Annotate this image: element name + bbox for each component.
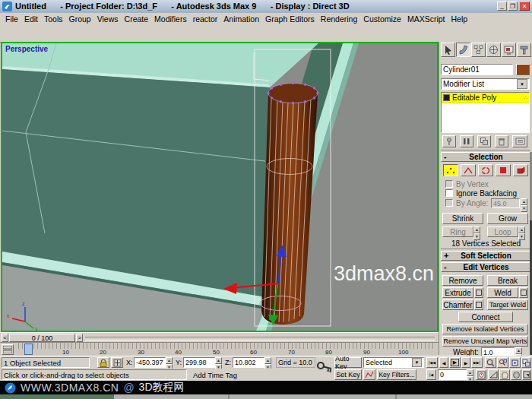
grow-button[interactable]: Grow [487,213,528,224]
vertex-mode-button[interactable] [443,164,458,176]
zoom-extents-button[interactable] [509,357,521,368]
menu-rendering[interactable]: Rendering [318,14,360,24]
current-frame-field[interactable]: 0 [438,369,467,380]
set-key-button[interactable]: Set Key [334,369,362,380]
perspective-viewport[interactable]: z x y 3dmax8.cn Perspective [1,42,439,332]
frame-spinner[interactable] [467,369,473,380]
pin-stack-button[interactable] [442,135,456,147]
weld-button[interactable]: Weld [487,287,518,298]
zoom-button[interactable] [485,357,496,368]
remove-modifier-button[interactable] [495,135,508,147]
menu-tools[interactable]: Tools [41,14,66,24]
chamfer-settings-button[interactable] [474,299,483,310]
polygon-mode-button[interactable] [496,164,511,176]
remove-button[interactable]: Remove [442,275,483,286]
target-weld-button[interactable]: Target Weld [487,299,528,310]
maximize-viewport-toggle-button[interactable] [522,369,531,380]
restore-button[interactable]: ❐ [508,2,518,11]
viewport-label[interactable]: Perspective [5,45,48,53]
object-color-swatch[interactable] [516,64,530,75]
x-spinner[interactable] [166,357,173,368]
loop-spinner[interactable] [518,226,525,237]
time-slider-prev-button[interactable]: < [2,334,8,342]
y-spinner[interactable] [215,357,222,368]
chamfer-button[interactable]: Chamfer [442,299,473,310]
menu-customize[interactable]: Customize [360,14,404,24]
add-time-tag[interactable]: Add Time Tag [192,369,251,380]
time-configuration-button[interactable] [476,369,486,380]
remove-isolated-vertices-button[interactable]: Remove Isolated Vertices [442,324,528,334]
arc-rotate-button[interactable] [511,369,521,380]
zoom-all-button[interactable] [497,357,508,368]
menu-views[interactable]: Views [94,14,122,24]
minimize-button[interactable]: _ [497,2,507,11]
rollout-soft-selection-header[interactable]: +Soft Selection [441,251,531,261]
extrude-settings-button[interactable] [474,287,483,298]
ring-spinner[interactable] [473,226,480,237]
go-start-small-button[interactable]: |◀ [426,369,436,380]
edge-mode-button[interactable] [461,164,476,176]
menu-create[interactable]: Create [122,14,152,24]
track-bar[interactable]: 0 10 20 30 40 50 60 70 80 90 100 [0,342,439,356]
menu-edit[interactable]: Edit [21,14,41,24]
ring-button[interactable]: Ring [442,226,473,237]
close-button[interactable]: ✕ [519,2,530,11]
next-frame-button[interactable]: ▶ [461,357,470,368]
absolute-offset-toggle-button[interactable] [111,357,123,368]
x-coordinate-field[interactable]: -450.397 [134,357,166,368]
zoom-extents-all-button[interactable] [521,357,531,368]
time-slider-track[interactable] [85,337,435,340]
menu-group[interactable]: Group [66,14,94,24]
key-filters-button[interactable]: Key Filters... [377,369,416,380]
tab-motion[interactable] [486,43,501,57]
connect-button[interactable]: Connect [458,312,513,322]
break-button[interactable]: Break [487,275,528,286]
tab-create[interactable] [441,43,455,57]
object-name-field[interactable]: Cylinder01 [441,64,513,75]
previous-frame-button[interactable]: ◀ [439,357,448,368]
tab-utilities[interactable] [517,43,531,57]
selection-lock-button[interactable] [97,357,109,368]
set-keys-curve-icon[interactable] [363,369,375,380]
pan-view-button[interactable] [499,369,510,380]
weld-settings-button[interactable] [519,287,528,298]
time-slider-button[interactable]: 0 / 100 [9,334,75,342]
anim-filter-dropdown[interactable]: Selected▼ [363,357,424,368]
go-to-end-button[interactable]: ▶▶| [471,357,483,368]
time-slider-next-button[interactable]: > [76,334,83,342]
modifier-list-dropdown[interactable]: Modifier List▼ [441,78,530,90]
go-to-start-button[interactable]: |◀◀ [426,357,438,368]
rollout-edit-vertices-header[interactable]: -Edit Vertices [441,262,531,272]
shrink-button[interactable]: Shrink [442,213,483,224]
by-angle-checkbox[interactable] [445,199,453,207]
by-vertex-checkbox[interactable] [445,180,453,188]
show-end-result-button[interactable] [460,135,473,147]
element-mode-button[interactable] [513,164,528,176]
menu-graph-editors[interactable]: Graph Editors [262,14,318,24]
z-spinner[interactable] [264,357,271,368]
ignore-backfacing-checkbox[interactable] [445,189,453,197]
play-button[interactable]: ▶ [449,357,461,368]
extrude-button[interactable]: Extrude [442,287,473,298]
y-coordinate-field[interactable]: 299.98 [183,357,215,368]
menu-modifiers[interactable]: Modifiers [151,14,190,24]
menu-reactor[interactable]: reactor [190,14,221,24]
stack-item-editable-poly[interactable]: Editable Poly ∴ [442,93,529,103]
remove-unused-map-verts-button[interactable]: Remove Unused Map Verts [442,336,528,347]
tab-modify[interactable] [456,43,470,57]
loop-button[interactable]: Loop [487,226,518,237]
menu-file[interactable]: File [2,14,21,24]
configure-modifier-button[interactable] [512,135,527,147]
field-of-view-button[interactable] [488,369,499,380]
border-mode-button[interactable] [478,164,493,176]
tab-display[interactable] [502,43,516,57]
tab-hierarchy[interactable] [471,43,486,57]
menu-maxscript[interactable]: MAXScript [404,14,448,24]
by-angle-spinner[interactable] [521,198,527,208]
rollout-selection-header[interactable]: -Selection [441,152,531,162]
make-unique-button[interactable] [477,135,491,147]
time-marker[interactable] [24,344,33,355]
open-mini-curve-editor-button[interactable] [2,344,14,355]
menu-animation[interactable]: Animation [220,14,262,24]
by-angle-field[interactable]: 45.0 [491,198,520,208]
